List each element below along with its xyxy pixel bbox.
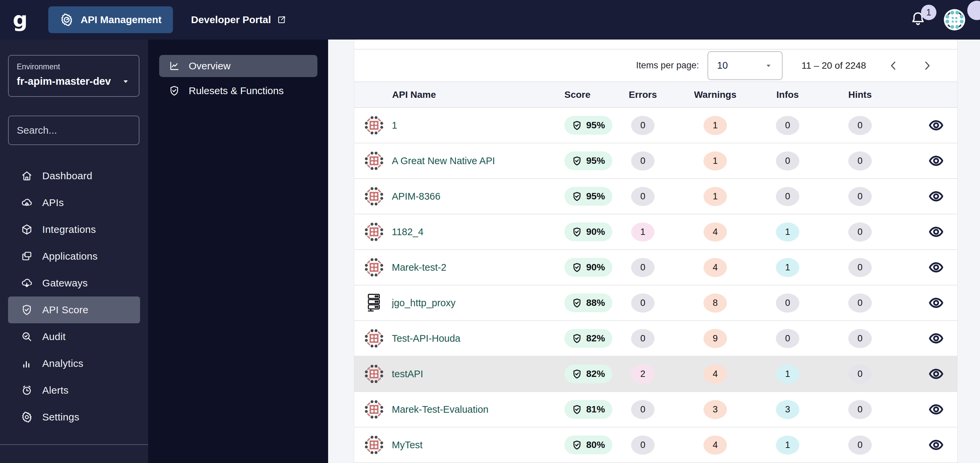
- infos-chip: 1: [776, 222, 799, 241]
- api-name-link[interactable]: APIM-8366: [392, 191, 441, 202]
- warnings-chip: 1: [703, 187, 727, 206]
- sidebar-item-apis[interactable]: APIs: [8, 189, 140, 216]
- pagination-range: 11 – 20 of 2248: [801, 60, 866, 71]
- sidebar-item-alerts[interactable]: Alerts: [8, 377, 140, 404]
- api-name-link[interactable]: Test-API-Houda: [392, 333, 460, 344]
- eye-icon: [928, 189, 944, 204]
- sidebar-item-label: API Score: [42, 304, 89, 316]
- api-management-button[interactable]: API Management: [48, 6, 173, 33]
- environment-select[interactable]: Environment fr-apim-master-dev: [8, 55, 139, 97]
- hints-chip: 0: [848, 151, 872, 171]
- api-name-link[interactable]: 1182_4: [392, 227, 424, 238]
- score-badge: 80%: [565, 436, 612, 454]
- eye-icon: [928, 366, 944, 382]
- score-badge: 90%: [565, 258, 612, 277]
- sidebar-item-integrations[interactable]: Integrations: [8, 216, 140, 243]
- primary-sidebar: Environment fr-apim-master-dev Dashboard…: [0, 40, 148, 463]
- infos-chip: 0: [776, 187, 799, 206]
- developer-portal-link[interactable]: Developer Portal: [191, 14, 286, 25]
- api-name-link[interactable]: Marek-Test-Evaluation: [392, 404, 488, 415]
- next-page-button[interactable]: [921, 60, 933, 72]
- api-name-link[interactable]: 1: [392, 120, 397, 131]
- eye-icon: [928, 437, 944, 453]
- score-cell: 95%: [565, 151, 607, 170]
- table-row: testAPI82%2410: [354, 357, 957, 392]
- score-cell: 95%: [565, 116, 607, 135]
- api-name-link[interactable]: Marek-test-2: [392, 262, 446, 273]
- sidebar-item-dashboard[interactable]: Dashboard: [8, 162, 140, 189]
- subnav-item-overview[interactable]: Overview: [159, 55, 317, 77]
- sidebar-item-audit[interactable]: Audit: [8, 323, 140, 350]
- caret-down-icon: [121, 76, 131, 86]
- sidebar-item-gateways[interactable]: Gateways: [8, 270, 140, 297]
- subnav-item-rulesets-functions[interactable]: Rulesets & Functions: [159, 80, 317, 102]
- infos-chip: 0: [776, 151, 799, 171]
- notifications-button[interactable]: 1: [910, 11, 926, 29]
- score-value: 90%: [586, 262, 605, 273]
- errors-chip: 0: [631, 151, 655, 171]
- api-name-link[interactable]: testAPI: [392, 368, 423, 380]
- score-cell: 95%: [565, 187, 607, 206]
- proxy-icon: [364, 293, 384, 312]
- infos-chip: 1: [776, 365, 799, 384]
- view-details-button[interactable]: [928, 224, 944, 239]
- score-shield-icon: [572, 298, 582, 308]
- applications-icon: [21, 250, 33, 262]
- score-value: 95%: [586, 155, 605, 166]
- search-input[interactable]: [16, 124, 147, 136]
- view-details-button[interactable]: [928, 295, 944, 311]
- table-row: 1182_490%1410: [354, 214, 957, 250]
- sidebar-item-api-score[interactable]: API Score: [8, 297, 140, 323]
- api-name-cell: MyTest: [354, 435, 565, 455]
- errors-chip: 0: [631, 116, 655, 135]
- api-identicon-icon: [364, 435, 384, 455]
- view-details-button[interactable]: [928, 117, 944, 133]
- cloud-down-icon: [21, 277, 33, 289]
- api-name-link[interactable]: MyTest: [392, 439, 423, 450]
- audit-icon: [21, 331, 33, 343]
- table-row: MyTest80%0410: [354, 428, 957, 463]
- view-details-button[interactable]: [928, 366, 944, 382]
- warnings-chip: 4: [703, 222, 727, 241]
- view-details-button[interactable]: [928, 153, 944, 168]
- gravitee-logo[interactable]: g: [13, 10, 27, 30]
- api-identicon-icon: [364, 329, 384, 348]
- api-identicon-icon: [364, 258, 384, 277]
- score-shield-icon: [572, 227, 582, 237]
- view-details-button[interactable]: [928, 260, 944, 275]
- notification-badge: 1: [921, 5, 936, 20]
- sidebar-item-label: Settings: [42, 411, 80, 423]
- chevron-left-icon: [888, 60, 900, 72]
- sidebar-item-analytics[interactable]: Analytics: [8, 350, 140, 377]
- infos-chip: 1: [776, 258, 799, 277]
- card-top-spacer: [354, 40, 957, 49]
- gear-dial-icon: [60, 13, 74, 27]
- score-cell: 80%: [565, 436, 607, 454]
- api-identicon-icon: [364, 364, 384, 384]
- view-details-button[interactable]: [928, 331, 944, 346]
- score-badge: 90%: [565, 222, 612, 241]
- score-cell: 90%: [565, 222, 607, 241]
- view-details-button[interactable]: [928, 437, 944, 453]
- table-header: API NameScoreErrorsWarningsInfosHints: [354, 81, 957, 108]
- score-value: 82%: [586, 368, 605, 379]
- view-details-button[interactable]: [928, 402, 944, 417]
- warnings-chip: 1: [703, 151, 727, 171]
- api-name-link[interactable]: A Great New Native API: [392, 155, 495, 166]
- external-link-icon: [277, 15, 286, 25]
- items-per-page-select[interactable]: 10: [708, 51, 783, 80]
- previous-page-button[interactable]: [888, 60, 900, 72]
- user-avatar[interactable]: [944, 9, 965, 30]
- score-shield-icon: [572, 369, 582, 379]
- sidebar-item-label: APIs: [42, 197, 64, 208]
- view-details-button[interactable]: [928, 189, 944, 204]
- developer-portal-label: Developer Portal: [191, 14, 271, 25]
- score-value: 82%: [586, 333, 605, 344]
- hints-chip: 0: [848, 365, 872, 384]
- sidebar-item-settings[interactable]: Settings: [8, 404, 140, 431]
- api-name-link[interactable]: jgo_http_proxy: [392, 298, 455, 309]
- cloud-gear-icon: [21, 197, 33, 209]
- score-shield-icon: [572, 333, 582, 344]
- score-value: 90%: [586, 227, 605, 237]
- sidebar-item-applications[interactable]: Applications: [8, 243, 140, 270]
